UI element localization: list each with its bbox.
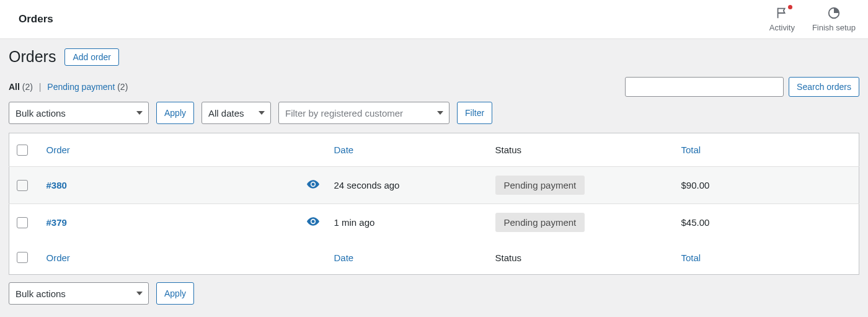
finish-setup-label: Finish setup	[812, 23, 856, 32]
date-filter-select[interactable]: All dates	[202, 102, 271, 124]
order-date: 1 min ago	[327, 204, 488, 241]
search-area: Search orders	[625, 77, 859, 97]
select-all-checkbox[interactable]	[17, 145, 28, 156]
orders-table: Order Date Status Total #380 24 seconds …	[9, 133, 859, 275]
row-checkbox[interactable]	[17, 180, 28, 191]
apply-bulk-button[interactable]: Apply	[156, 102, 194, 124]
filter-all-label[interactable]: All	[9, 82, 20, 92]
order-date: 24 seconds ago	[327, 167, 488, 204]
column-footer-date[interactable]: Date	[327, 241, 488, 275]
order-link[interactable]: #380	[46, 180, 67, 190]
topbar-right: Activity Finish setup	[769, 6, 856, 32]
column-footer-total[interactable]: Total	[674, 241, 859, 275]
status-filter-links: All (2) | Pending payment (2)	[9, 82, 128, 92]
finish-setup-button[interactable]: Finish setup	[812, 6, 856, 32]
select-all-checkbox-footer[interactable]	[17, 252, 28, 263]
column-header-date[interactable]: Date	[327, 133, 488, 167]
column-footer-order[interactable]: Order	[39, 241, 299, 275]
search-input[interactable]	[625, 77, 784, 97]
table-row: #379 1 min ago Pending payment $45.00	[9, 204, 859, 241]
separator: |	[39, 82, 42, 92]
activity-button[interactable]: Activity	[769, 6, 795, 32]
page-title: Orders	[9, 48, 56, 66]
column-header-total[interactable]: Total	[674, 133, 859, 167]
column-header-status: Status	[488, 133, 674, 167]
table-row: #380 24 seconds ago Pending payment $90.…	[9, 167, 859, 204]
filter-pending-link[interactable]: Pending payment	[47, 82, 115, 92]
column-header-order[interactable]: Order	[39, 133, 299, 167]
table-footer-row: Order Date Status Total	[9, 241, 859, 275]
customer-filter-select[interactable]: Filter by registered customer	[278, 102, 450, 124]
order-link[interactable]: #379	[46, 217, 67, 228]
status-badge: Pending payment	[495, 213, 585, 232]
apply-bulk-button-bottom[interactable]: Apply	[156, 282, 194, 305]
row-checkbox[interactable]	[17, 217, 28, 228]
eye-icon[interactable]	[307, 180, 319, 190]
order-total: $90.00	[674, 167, 859, 204]
notification-dot-icon	[788, 5, 792, 9]
status-badge: Pending payment	[495, 176, 585, 195]
topbar-title: Orders	[19, 13, 53, 25]
filter-pending-count: (2)	[117, 82, 128, 92]
filter-button[interactable]: Filter	[457, 102, 492, 124]
activity-label: Activity	[769, 23, 795, 32]
eye-icon[interactable]	[307, 217, 319, 228]
add-order-button[interactable]: Add order	[64, 48, 118, 66]
filter-all-count: (2)	[22, 82, 33, 92]
top-bar: Orders Activity Finish setup	[0, 0, 868, 39]
bulk-actions-select[interactable]: Bulk actions	[9, 102, 149, 124]
filters-row: Bulk actions Apply All dates Filter by r…	[9, 102, 859, 124]
order-total: $45.00	[674, 204, 859, 241]
table-header-row: Order Date Status Total	[9, 133, 859, 167]
flag-icon	[775, 6, 789, 22]
column-footer-status: Status	[488, 241, 674, 275]
bulk-actions-select-bottom[interactable]: Bulk actions	[9, 282, 149, 305]
search-orders-button[interactable]: Search orders	[789, 77, 859, 97]
heading-row: Orders Add order	[9, 48, 859, 66]
below-table-actions: Bulk actions Apply	[9, 282, 859, 305]
progress-circle-icon	[827, 6, 841, 22]
